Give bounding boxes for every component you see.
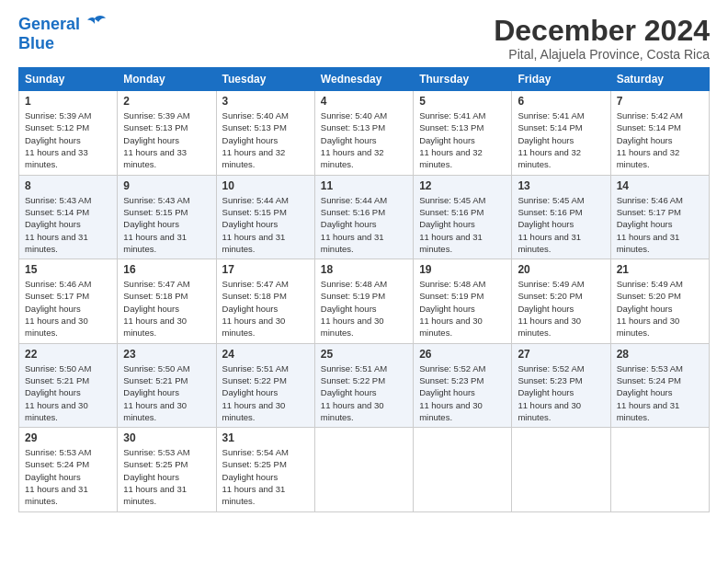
calendar-cell: 3Sunrise: 5:40 AMSunset: 5:13 PMDaylight… [216, 91, 314, 175]
day-info: Sunrise: 5:48 AMSunset: 5:19 PMDaylight … [419, 278, 506, 339]
day-number: 22 [25, 348, 111, 361]
header: General Blue December 2024 Pital, Alajue… [18, 15, 710, 62]
day-info: Sunrise: 5:49 AMSunset: 5:20 PMDaylight … [518, 278, 604, 339]
logo-text: General [18, 16, 80, 34]
month-title: December 2024 [494, 15, 710, 47]
day-number: 6 [518, 95, 604, 108]
day-number: 7 [617, 95, 703, 108]
day-info: Sunrise: 5:50 AMSunset: 5:21 PMDaylight … [25, 362, 111, 423]
day-number: 21 [617, 263, 703, 276]
calendar-cell: 6Sunrise: 5:41 AMSunset: 5:14 PMDaylight… [512, 91, 610, 175]
day-info: Sunrise: 5:41 AMSunset: 5:14 PMDaylight … [518, 109, 604, 170]
calendar-cell: 5Sunrise: 5:41 AMSunset: 5:13 PMDaylight… [414, 91, 512, 175]
day-number: 1 [25, 95, 111, 108]
day-info: Sunrise: 5:53 AMSunset: 5:24 PMDaylight … [617, 362, 703, 423]
calendar-cell: 30Sunrise: 5:53 AMSunset: 5:25 PMDayligh… [118, 428, 216, 511]
day-number: 20 [518, 263, 604, 276]
location: Pital, Alajuela Province, Costa Rica [494, 47, 710, 62]
calendar-cell: 2Sunrise: 5:39 AMSunset: 5:13 PMDaylight… [118, 91, 216, 175]
day-info: Sunrise: 5:51 AMSunset: 5:22 PMDaylight … [222, 362, 309, 423]
calendar-row: 8Sunrise: 5:43 AMSunset: 5:14 PMDaylight… [19, 175, 710, 259]
calendar-cell: 26Sunrise: 5:52 AMSunset: 5:23 PMDayligh… [414, 343, 512, 427]
header-monday: Monday [118, 68, 216, 91]
day-info: Sunrise: 5:46 AMSunset: 5:17 PMDaylight … [25, 278, 111, 339]
day-info: Sunrise: 5:50 AMSunset: 5:21 PMDaylight … [123, 362, 210, 423]
calendar-cell: 19Sunrise: 5:48 AMSunset: 5:19 PMDayligh… [414, 259, 512, 343]
day-number: 19 [419, 263, 506, 276]
calendar-cell: 20Sunrise: 5:49 AMSunset: 5:20 PMDayligh… [512, 259, 610, 343]
day-number: 3 [222, 95, 309, 108]
day-info: Sunrise: 5:44 AMSunset: 5:15 PMDaylight … [222, 194, 309, 255]
day-info: Sunrise: 5:52 AMSunset: 5:23 PMDaylight … [419, 362, 506, 423]
day-info: Sunrise: 5:53 AMSunset: 5:24 PMDaylight … [25, 446, 111, 507]
header-row: Sunday Monday Tuesday Wednesday Thursday… [19, 68, 710, 91]
calendar-cell: 11Sunrise: 5:44 AMSunset: 5:16 PMDayligh… [314, 175, 413, 259]
calendar-row: 29Sunrise: 5:53 AMSunset: 5:24 PMDayligh… [19, 428, 710, 511]
calendar-cell: 1Sunrise: 5:39 AMSunset: 5:12 PMDaylight… [19, 91, 118, 175]
day-info: Sunrise: 5:43 AMSunset: 5:14 PMDaylight … [25, 194, 111, 255]
calendar-cell: 13Sunrise: 5:45 AMSunset: 5:16 PMDayligh… [512, 175, 610, 259]
day-number: 26 [419, 348, 506, 361]
day-number: 24 [222, 348, 309, 361]
day-number: 8 [25, 179, 111, 192]
day-info: Sunrise: 5:45 AMSunset: 5:16 PMDaylight … [518, 194, 604, 255]
day-info: Sunrise: 5:42 AMSunset: 5:14 PMDaylight … [617, 109, 703, 170]
day-info: Sunrise: 5:40 AMSunset: 5:13 PMDaylight … [321, 109, 407, 170]
calendar-row: 22Sunrise: 5:50 AMSunset: 5:21 PMDayligh… [19, 343, 710, 427]
day-number: 16 [123, 263, 210, 276]
calendar-cell: 29Sunrise: 5:53 AMSunset: 5:24 PMDayligh… [19, 428, 118, 511]
day-number: 15 [25, 263, 111, 276]
day-number: 14 [617, 179, 703, 192]
calendar-cell: 25Sunrise: 5:51 AMSunset: 5:22 PMDayligh… [314, 343, 413, 427]
day-number: 5 [419, 95, 506, 108]
calendar-table: Sunday Monday Tuesday Wednesday Thursday… [18, 67, 710, 511]
day-info: Sunrise: 5:46 AMSunset: 5:17 PMDaylight … [617, 194, 703, 255]
day-number: 2 [123, 95, 210, 108]
day-number: 25 [321, 348, 407, 361]
day-info: Sunrise: 5:53 AMSunset: 5:25 PMDaylight … [123, 446, 210, 507]
calendar-row: 1Sunrise: 5:39 AMSunset: 5:12 PMDaylight… [19, 91, 710, 175]
header-wednesday: Wednesday [314, 68, 413, 91]
day-info: Sunrise: 5:45 AMSunset: 5:16 PMDaylight … [419, 194, 506, 255]
calendar-cell: 21Sunrise: 5:49 AMSunset: 5:20 PMDayligh… [610, 259, 709, 343]
day-info: Sunrise: 5:48 AMSunset: 5:19 PMDaylight … [321, 278, 407, 339]
logo-blue-text: Blue [18, 35, 54, 53]
logo-general: General [18, 15, 80, 33]
header-thursday: Thursday [414, 68, 512, 91]
calendar-cell: 7Sunrise: 5:42 AMSunset: 5:14 PMDaylight… [610, 91, 709, 175]
day-info: Sunrise: 5:44 AMSunset: 5:16 PMDaylight … [321, 194, 407, 255]
calendar-cell: 15Sunrise: 5:46 AMSunset: 5:17 PMDayligh… [19, 259, 118, 343]
calendar-cell: 23Sunrise: 5:50 AMSunset: 5:21 PMDayligh… [118, 343, 216, 427]
calendar-cell: 24Sunrise: 5:51 AMSunset: 5:22 PMDayligh… [216, 343, 314, 427]
calendar-cell: 16Sunrise: 5:47 AMSunset: 5:18 PMDayligh… [118, 259, 216, 343]
title-area: December 2024 Pital, Alajuela Province, … [494, 15, 710, 62]
day-number: 13 [518, 179, 604, 192]
day-number: 18 [321, 263, 407, 276]
day-number: 29 [25, 431, 111, 444]
day-number: 27 [518, 348, 604, 361]
calendar-cell: 27Sunrise: 5:52 AMSunset: 5:23 PMDayligh… [512, 343, 610, 427]
calendar-cell: 28Sunrise: 5:53 AMSunset: 5:24 PMDayligh… [610, 343, 709, 427]
calendar-cell [314, 428, 413, 511]
header-sunday: Sunday [19, 68, 118, 91]
day-info: Sunrise: 5:40 AMSunset: 5:13 PMDaylight … [222, 109, 309, 170]
header-saturday: Saturday [610, 68, 709, 91]
day-info: Sunrise: 5:39 AMSunset: 5:12 PMDaylight … [25, 109, 111, 170]
header-friday: Friday [512, 68, 610, 91]
day-number: 31 [222, 431, 309, 444]
day-info: Sunrise: 5:41 AMSunset: 5:13 PMDaylight … [419, 109, 506, 170]
calendar-cell: 17Sunrise: 5:47 AMSunset: 5:18 PMDayligh… [216, 259, 314, 343]
calendar-cell: 12Sunrise: 5:45 AMSunset: 5:16 PMDayligh… [414, 175, 512, 259]
calendar-cell: 14Sunrise: 5:46 AMSunset: 5:17 PMDayligh… [610, 175, 709, 259]
day-info: Sunrise: 5:54 AMSunset: 5:25 PMDaylight … [222, 446, 309, 507]
day-number: 28 [617, 348, 703, 361]
header-tuesday: Tuesday [216, 68, 314, 91]
calendar-cell: 18Sunrise: 5:48 AMSunset: 5:19 PMDayligh… [314, 259, 413, 343]
day-info: Sunrise: 5:49 AMSunset: 5:20 PMDaylight … [617, 278, 703, 339]
calendar-cell [610, 428, 709, 511]
day-info: Sunrise: 5:51 AMSunset: 5:22 PMDaylight … [321, 362, 407, 423]
calendar-row: 15Sunrise: 5:46 AMSunset: 5:17 PMDayligh… [19, 259, 710, 343]
logo-bird-icon [82, 15, 108, 35]
calendar-cell: 9Sunrise: 5:43 AMSunset: 5:15 PMDaylight… [118, 175, 216, 259]
day-info: Sunrise: 5:39 AMSunset: 5:13 PMDaylight … [123, 109, 210, 170]
